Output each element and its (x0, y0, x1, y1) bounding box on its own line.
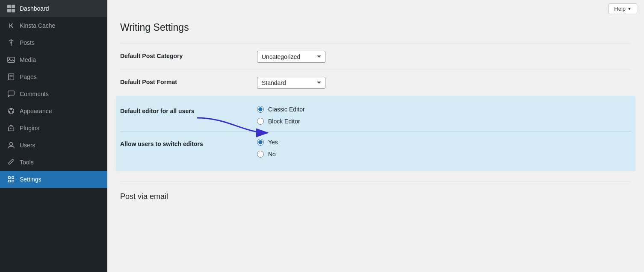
settings-icon (7, 175, 15, 184)
classic-editor-radio-item[interactable]: Classic Editor (257, 106, 631, 113)
block-editor-label: Block Editor (268, 118, 300, 125)
media-icon (7, 56, 15, 64)
allow-switch-radio-group: Yes No (257, 139, 631, 158)
svg-rect-22 (9, 180, 11, 182)
content-area: Writing Settings Default Post Category U… (107, 18, 644, 214)
sidebar: Dashboard K Kinsta Cache Posts Media Pag… (0, 0, 107, 272)
pages-icon (7, 73, 15, 81)
setting-control-default-post-format: Standard Aside Image Video Quote Link (257, 77, 631, 89)
kinsta-icon: K (7, 21, 15, 30)
svg-point-19 (9, 143, 12, 146)
svg-point-14 (12, 111, 14, 113)
classic-editor-radio[interactable] (257, 106, 264, 113)
svg-rect-6 (8, 57, 15, 63)
setting-label-default-post-format: Default Post Format (120, 77, 257, 85)
sidebar-item-posts[interactable]: Posts (0, 34, 107, 51)
sidebar-item-plugins[interactable]: Plugins (0, 120, 107, 137)
post-via-email-heading: Post via email (120, 181, 631, 201)
sidebar-item-label: Kinsta Cache (20, 22, 55, 29)
sidebar-item-label: Users (20, 142, 35, 149)
setting-control-allow-switch-editors: Yes No (257, 139, 631, 158)
setting-control-default-post-category: Uncategorized (257, 51, 631, 63)
setting-label-allow-switch-editors: Allow users to switch editors (120, 139, 257, 147)
sidebar-item-tools[interactable]: Tools (0, 154, 107, 171)
sidebar-item-label: Pages (20, 73, 37, 80)
help-dropdown-icon: ▼ (627, 6, 632, 11)
sidebar-item-label: Settings (20, 176, 41, 183)
block-editor-radio[interactable] (257, 118, 264, 125)
sidebar-item-label: Tools (20, 159, 34, 166)
users-icon (7, 141, 15, 149)
plugins-icon (7, 124, 15, 132)
svg-rect-3 (12, 9, 15, 12)
svg-rect-23 (12, 180, 14, 182)
sidebar-item-label: Appearance (20, 108, 52, 114)
switch-no-label: No (268, 151, 276, 158)
switch-yes-label: Yes (268, 139, 278, 146)
block-editor-radio-item[interactable]: Block Editor (257, 118, 631, 125)
highlighted-editor-section: Default editor for all users (116, 96, 635, 171)
sidebar-item-kinsta-cache[interactable]: K Kinsta Cache (0, 17, 107, 34)
default-post-format-select[interactable]: Standard Aside Image Video Quote Link (257, 77, 325, 89)
svg-rect-16 (9, 127, 14, 131)
setting-control-default-editor: Classic Editor Block Editor (257, 106, 631, 125)
sidebar-item-appearance[interactable]: Appearance (0, 102, 107, 120)
setting-default-editor: Default editor for all users (120, 102, 631, 132)
default-editor-radio-group: Classic Editor Block Editor (257, 106, 631, 125)
sidebar-item-label: Posts (20, 39, 35, 46)
setting-default-post-format: Default Post Format Standard Aside Image… (120, 70, 631, 96)
posts-icon (7, 38, 15, 47)
sidebar-item-dashboard[interactable]: Dashboard (0, 0, 107, 17)
svg-point-15 (9, 111, 10, 113)
sidebar-item-label: Comments (20, 91, 49, 97)
sidebar-item-media[interactable]: Media (0, 51, 107, 68)
main-content: Help ▼ Writing Settings Default Post Cat… (107, 0, 644, 272)
help-button[interactable]: Help ▼ (609, 3, 637, 14)
svg-rect-2 (7, 9, 11, 12)
tools-icon (7, 158, 15, 167)
dashboard-icon (7, 4, 15, 13)
sidebar-item-users[interactable]: Users (0, 137, 107, 154)
sidebar-item-label: Plugins (20, 125, 39, 132)
sidebar-item-label: Dashboard (20, 5, 49, 12)
svg-point-13 (11, 108, 12, 110)
appearance-icon (7, 107, 15, 115)
default-post-category-select[interactable]: Uncategorized (257, 51, 325, 63)
switch-no-radio-item[interactable]: No (257, 151, 631, 158)
svg-rect-0 (7, 5, 11, 8)
setting-label-default-editor: Default editor for all users (120, 106, 257, 114)
setting-label-default-post-category: Default Post Category (120, 51, 257, 59)
sidebar-item-pages[interactable]: Pages (0, 68, 107, 85)
top-bar: Help ▼ (107, 0, 644, 18)
svg-rect-20 (9, 177, 11, 179)
svg-rect-21 (12, 177, 14, 179)
comments-icon (7, 90, 15, 98)
switch-yes-radio-item[interactable]: Yes (257, 139, 631, 146)
setting-default-post-category: Default Post Category Uncategorized (120, 44, 631, 70)
classic-editor-label: Classic Editor (268, 106, 305, 113)
switch-yes-radio[interactable] (257, 139, 264, 146)
help-label: Help (614, 6, 626, 12)
sidebar-item-comments[interactable]: Comments (0, 85, 107, 102)
switch-no-radio[interactable] (257, 151, 264, 158)
page-title: Writing Settings (120, 22, 631, 33)
sidebar-item-label: Media (20, 56, 36, 63)
svg-rect-1 (12, 5, 15, 8)
setting-allow-switch-editors: Allow users to switch editors Yes No (120, 132, 631, 164)
sidebar-item-settings[interactable]: Settings (0, 171, 107, 188)
